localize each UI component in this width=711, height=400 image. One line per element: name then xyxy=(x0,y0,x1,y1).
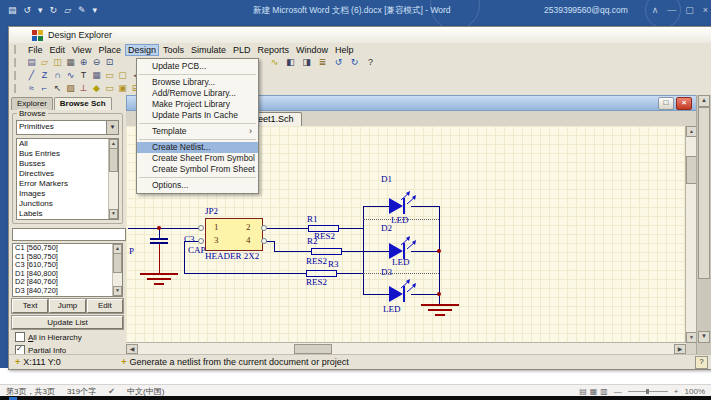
list-scrollbar[interactable]: ▲ ▼ xyxy=(112,244,122,296)
bus-entry-tool-icon[interactable]: ⌐ xyxy=(38,83,51,94)
list-scrollbar[interactable]: ▲ ▼ xyxy=(108,139,118,219)
d3-led-symbol[interactable] xyxy=(388,278,438,304)
chevron-down-icon[interactable]: ▼ xyxy=(106,121,118,134)
jp2-ref-label[interactable]: JP2 xyxy=(205,207,218,216)
menu-item[interactable]: Update PCB... xyxy=(137,61,258,72)
text-tool-icon[interactable]: T xyxy=(77,70,90,81)
c3-ref-label[interactable]: C3 xyxy=(184,235,195,244)
menu-item[interactable]: Make Project Library xyxy=(137,99,258,110)
arc-tool-icon[interactable]: ∩ xyxy=(51,70,64,81)
d1-ref-label[interactable]: D1 xyxy=(381,175,392,184)
d3-type-label[interactable]: LED xyxy=(383,305,401,314)
save-icon[interactable]: ◫ xyxy=(51,57,64,68)
restore-window-icon[interactable]: □ xyxy=(658,97,674,110)
toolbar-grip[interactable] xyxy=(14,71,21,80)
word-language[interactable]: 中文(中国) xyxy=(127,386,164,397)
new-sheet-icon[interactable]: ▤ xyxy=(25,57,38,68)
jp2-component[interactable]: 1 2 3 4 xyxy=(205,218,263,251)
jp2-type-label[interactable]: HEADER 2X2 xyxy=(205,252,259,261)
r2-ref-label[interactable]: R2 xyxy=(307,237,318,246)
menu-bar-item[interactable]: View xyxy=(69,44,94,56)
new-doc-icon[interactable]: ▱ xyxy=(64,0,71,20)
list-item[interactable]: Bus Entries xyxy=(17,149,108,159)
restore-icon[interactable]: ▢ xyxy=(685,5,694,15)
digital-sim-icon[interactable]: ◧ xyxy=(284,57,297,68)
menu-bar-item[interactable]: Window xyxy=(293,44,331,56)
redo-icon[interactable]: ↻ xyxy=(348,57,361,68)
word-account[interactable]: 2539399560@qq.com xyxy=(544,0,628,20)
pen-icon[interactable]: ✎ xyxy=(78,0,86,20)
junction-tool-icon[interactable]: ◆ xyxy=(90,83,103,94)
sort-icon[interactable]: ≣ xyxy=(316,57,329,68)
menu-bar-item[interactable]: PLD xyxy=(230,44,254,56)
panel-tab[interactable]: Browse Sch xyxy=(54,97,112,110)
menu-bar-item[interactable]: Place xyxy=(95,44,124,56)
read-mode-icon[interactable]: ▤ xyxy=(579,387,587,396)
power-port-tool-icon[interactable]: ⊥ xyxy=(77,83,90,94)
zoom-in-button[interactable]: + xyxy=(674,387,679,396)
r2-type-label[interactable]: RES2 xyxy=(306,257,327,266)
list-item[interactable]: Error Markers xyxy=(17,179,108,189)
d1-type-label[interactable]: LED xyxy=(391,216,409,225)
d2-ref-label[interactable]: D2 xyxy=(381,224,392,233)
toolbar-grip[interactable] xyxy=(14,45,21,54)
menu-item[interactable]: Browse Library... xyxy=(137,77,258,88)
menu-bar-item[interactable]: Edit xyxy=(47,44,69,56)
capacitor-symbol[interactable] xyxy=(150,238,168,240)
help-icon[interactable]: ? xyxy=(695,356,708,369)
minimize-icon[interactable]: — xyxy=(667,5,676,15)
redo-icon[interactable]: ↻ xyxy=(50,0,58,20)
toolbar-grip[interactable] xyxy=(14,84,21,93)
wire-tool-icon[interactable]: ≈ xyxy=(25,83,38,94)
zoom-in-icon[interactable]: ⊕ xyxy=(77,57,90,68)
filter-input[interactable] xyxy=(12,228,126,241)
qat-dropdown-icon[interactable]: ▾ xyxy=(93,0,98,20)
menu-bar-item[interactable]: Reports xyxy=(254,44,292,56)
spellcheck-icon[interactable]: ✔ xyxy=(108,387,115,396)
web-layout-icon[interactable]: ▥ xyxy=(600,387,608,396)
scroll-down-icon[interactable]: ▼ xyxy=(109,209,118,219)
menu-item[interactable]: Options... xyxy=(137,180,258,191)
menu-bar-item[interactable]: File xyxy=(25,44,46,56)
line-tool-icon[interactable]: ╱ xyxy=(25,70,38,81)
workspace-vertical-scrollbar[interactable]: ▲ ▼ xyxy=(696,95,711,355)
panel-button[interactable]: Text xyxy=(12,299,48,313)
cursor-tool-icon[interactable]: ↖ xyxy=(51,83,64,94)
d2-type-label[interactable]: LED xyxy=(392,258,410,267)
zoom-out-icon[interactable]: ⊖ xyxy=(90,57,103,68)
bezier-tool-icon[interactable]: ∿ xyxy=(64,70,77,81)
scroll-right-icon[interactable]: ▶ xyxy=(674,344,686,354)
panel-button[interactable]: Jump xyxy=(49,299,85,313)
r3-ref-label[interactable]: R3 xyxy=(328,260,339,269)
print-layout-icon[interactable]: ▦ xyxy=(590,387,598,396)
open-document-icon[interactable]: ▱ xyxy=(38,57,51,68)
save-icon[interactable]: ▤ xyxy=(8,0,17,20)
checkbox[interactable] xyxy=(15,332,25,342)
scroll-down-icon[interactable]: ▼ xyxy=(113,286,122,296)
list-item[interactable]: Busses xyxy=(17,159,108,169)
list-item[interactable]: All xyxy=(17,139,108,149)
undo-icon[interactable]: ↺ xyxy=(332,57,345,68)
menu-bar-item[interactable]: Tools xyxy=(160,44,187,56)
menu-item[interactable]: Create Symbol From Sheet xyxy=(137,164,258,175)
scroll-up-icon[interactable]: ▲ xyxy=(698,95,710,107)
scroll-down-icon[interactable]: ▼ xyxy=(698,331,710,343)
list-item[interactable]: Images xyxy=(17,189,108,199)
d3-ref-label[interactable]: D3 xyxy=(381,268,392,277)
app-titlebar[interactable]: Design Explorer xyxy=(9,27,711,44)
word-word-count[interactable]: 319个字 xyxy=(67,386,96,397)
d1-led-symbol[interactable] xyxy=(388,190,438,216)
help-icon[interactable]: ? xyxy=(364,57,377,68)
zoom-slider[interactable] xyxy=(628,391,668,392)
update-list-button[interactable]: Update List xyxy=(12,316,123,329)
menu-item[interactable]: Template xyxy=(137,126,258,137)
run-simulation-icon[interactable]: ∿ xyxy=(268,57,281,68)
r3-component[interactable] xyxy=(306,270,337,277)
list-item[interactable]: Labels xyxy=(17,209,108,219)
menu-item[interactable]: Add/Remove Library... xyxy=(137,88,258,99)
undo-icon[interactable]: ↺ xyxy=(24,0,32,20)
r1-ref-label[interactable]: R1 xyxy=(307,215,318,224)
r2-component[interactable] xyxy=(311,248,342,255)
menu-bar-item[interactable]: Design xyxy=(125,44,159,56)
close-window-icon[interactable]: × xyxy=(676,97,692,110)
